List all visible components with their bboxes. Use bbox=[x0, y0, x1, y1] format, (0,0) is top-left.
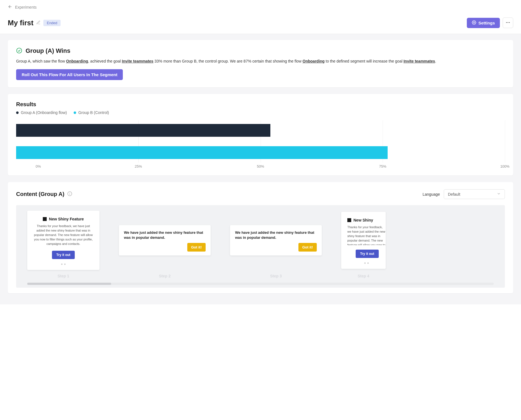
legend-dot-a bbox=[16, 111, 19, 114]
square-icon bbox=[347, 218, 351, 222]
info-icon[interactable] bbox=[67, 191, 72, 197]
axis-tick: 50% bbox=[257, 164, 264, 168]
axis-tick: 0% bbox=[36, 164, 41, 168]
chevron-down-icon bbox=[497, 192, 501, 197]
chart-bar bbox=[16, 146, 388, 159]
tooltip-text: We have just added the new shiny feature… bbox=[124, 230, 206, 240]
breadcrumb-back[interactable]: Experiments bbox=[8, 4, 513, 10]
results-chart: 0%25%50%75%100% bbox=[16, 120, 505, 170]
svg-point-2 bbox=[506, 22, 507, 23]
language-select-value: Default bbox=[448, 192, 460, 197]
settings-button-label: Settings bbox=[478, 21, 495, 25]
axis-tick: 75% bbox=[379, 164, 386, 168]
got-it-button[interactable]: Got it! bbox=[298, 243, 317, 252]
modal-title: New Shiny bbox=[353, 218, 373, 222]
step-label: Step 2 bbox=[119, 274, 211, 278]
modal-title: New Shiny Feature bbox=[49, 217, 84, 221]
language-label: Language bbox=[423, 192, 440, 197]
svg-point-4 bbox=[509, 22, 510, 23]
winner-card: Group (A) Wins Group A, which saw the fl… bbox=[8, 40, 513, 87]
pagination-dots bbox=[33, 264, 93, 265]
modal-body: Thanks for your feedback, we have just a… bbox=[347, 225, 386, 245]
rollout-button[interactable]: Roll Out This Flow For All Users In The … bbox=[16, 69, 123, 80]
try-it-out-button[interactable]: Try it out bbox=[356, 250, 379, 258]
axis-tick: 25% bbox=[135, 164, 142, 168]
step-preview-modal-1: New Shiny Feature Thanks for your feedba… bbox=[27, 211, 99, 270]
pagination-dots bbox=[347, 262, 386, 264]
arrow-left-icon bbox=[8, 4, 12, 10]
content-card: Content (Group A) Language Default bbox=[8, 182, 513, 293]
more-horizontal-icon bbox=[505, 20, 510, 26]
svg-point-5 bbox=[17, 48, 22, 53]
got-it-button[interactable]: Got it! bbox=[187, 243, 206, 252]
legend-item-a: Group A (Onboarding flow) bbox=[16, 110, 67, 115]
chart-bar bbox=[16, 124, 270, 137]
step-label: Step 3 bbox=[230, 274, 322, 278]
axis-tick: 100% bbox=[500, 164, 509, 168]
svg-point-1 bbox=[473, 22, 475, 23]
language-select[interactable]: Default bbox=[444, 189, 505, 199]
step-label: Step 1 bbox=[27, 274, 99, 278]
steps-preview: New Shiny Feature Thanks for your feedba… bbox=[16, 205, 505, 288]
winner-description: Group A, which saw the flow Onboarding, … bbox=[16, 58, 505, 64]
legend-label-b: Group B (Control) bbox=[78, 110, 109, 115]
modal-body: Thanks for your feedback, we have just a… bbox=[33, 224, 93, 246]
step-preview-tooltip-3: We have just added the new shiny feature… bbox=[230, 225, 322, 255]
settings-button[interactable]: Settings bbox=[467, 18, 500, 28]
gear-icon bbox=[472, 20, 476, 26]
scrollbar-thumb[interactable] bbox=[27, 283, 111, 285]
edit-icon[interactable] bbox=[36, 20, 41, 26]
results-card: Results Group A (Onboarding flow) Group … bbox=[8, 94, 513, 175]
svg-point-3 bbox=[508, 22, 508, 23]
square-icon bbox=[43, 217, 47, 221]
status-badge: Ended bbox=[43, 20, 61, 26]
legend-item-b: Group B (Control) bbox=[74, 110, 109, 115]
try-it-out-button[interactable]: Try it out bbox=[52, 251, 75, 259]
page-title: My first bbox=[8, 19, 33, 27]
results-title: Results bbox=[16, 101, 505, 108]
breadcrumb-label: Experiments bbox=[15, 5, 37, 9]
step-preview-tooltip-2: We have just added the new shiny feature… bbox=[119, 225, 211, 255]
check-circle-icon bbox=[16, 48, 22, 54]
chart-legend: Group A (Onboarding flow) Group B (Contr… bbox=[16, 110, 505, 115]
legend-dot-b bbox=[74, 111, 76, 114]
horizontal-scrollbar[interactable] bbox=[27, 283, 494, 285]
winner-title: Group (A) Wins bbox=[26, 47, 70, 54]
legend-label-a: Group A (Onboarding flow) bbox=[21, 110, 67, 115]
step-label: Step 4 bbox=[341, 274, 386, 278]
more-button[interactable] bbox=[503, 18, 513, 28]
tooltip-text: We have just added the new shiny feature… bbox=[235, 230, 317, 240]
step-preview-modal-4: New Shiny Thanks for your feedback, we h… bbox=[341, 212, 386, 269]
content-title: Content (Group A) bbox=[16, 191, 64, 197]
